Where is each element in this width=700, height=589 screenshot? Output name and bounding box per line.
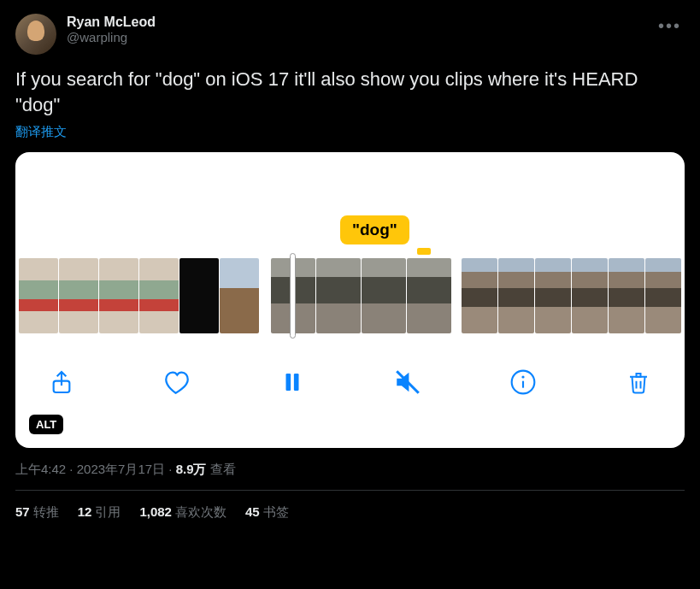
clip-thumbnail[interactable]: [462, 258, 497, 333]
mute-icon[interactable]: [389, 363, 426, 401]
share-icon[interactable]: [43, 363, 80, 401]
quotes-count: 12: [78, 504, 92, 519]
svg-rect-2: [294, 374, 299, 391]
clip-thumbnail[interactable]: [139, 258, 179, 333]
tweet-meta[interactable]: 上午4:42 · 2023年7月17日 · 8.9万 查看: [15, 462, 685, 478]
clip-thumbnail[interactable]: [572, 258, 608, 333]
heart-icon[interactable]: [158, 363, 196, 401]
retweets-stat[interactable]: 57转推: [15, 504, 59, 521]
retweets-count: 57: [15, 504, 30, 519]
clip-thumbnail[interactable]: [498, 258, 534, 333]
pause-icon[interactable]: [274, 363, 311, 401]
tweet-time: 上午4:42: [15, 462, 66, 476]
more-icon[interactable]: •••: [655, 14, 685, 38]
clip-thumbnail[interactable]: [99, 258, 138, 333]
tweet-date: 2023年7月17日: [77, 462, 165, 476]
video-timeline[interactable]: [15, 258, 685, 333]
clip-thumbnail[interactable]: [407, 258, 451, 333]
svg-rect-1: [286, 374, 291, 391]
likes-label: 喜欢次数: [175, 504, 226, 519]
clip-thumbnail[interactable]: [316, 258, 361, 333]
tweet-container: Ryan McLeod @warpling ••• If you search …: [0, 0, 700, 521]
tweet-header: Ryan McLeod @warpling •••: [15, 14, 685, 55]
quotes-label: 引用: [95, 504, 121, 519]
tweet-text: If you search for "dog" on iOS 17 it'll …: [15, 67, 685, 117]
translate-link[interactable]: 翻译推文: [15, 124, 685, 140]
playhead-marker: [417, 248, 431, 255]
playhead[interactable]: [290, 253, 296, 339]
svg-point-6: [521, 376, 524, 379]
clip-thumbnail[interactable]: [609, 258, 644, 333]
display-name: Ryan McLeod: [67, 14, 644, 30]
info-icon[interactable]: [504, 363, 542, 401]
clip-thumbnail[interactable]: [179, 258, 219, 333]
media-toolbar: [15, 352, 685, 412]
bookmarks-stat[interactable]: 45书签: [245, 504, 289, 521]
bookmarks-label: 书签: [263, 504, 289, 519]
likes-count: 1,082: [139, 504, 172, 519]
media-card[interactable]: "dog": [15, 152, 685, 448]
user-block[interactable]: Ryan McLeod @warpling: [67, 14, 644, 45]
views-label: 查看: [210, 462, 236, 476]
clip-thumbnail[interactable]: [535, 258, 571, 333]
avatar[interactable]: [15, 14, 56, 55]
current-clip-group[interactable]: [271, 258, 451, 333]
clip-thumbnail[interactable]: [645, 258, 681, 333]
user-handle: @warpling: [67, 30, 644, 45]
clip-thumbnail[interactable]: [220, 258, 259, 333]
trash-icon[interactable]: [620, 363, 657, 401]
clip-thumbnail[interactable]: [362, 258, 406, 333]
alt-badge[interactable]: ALT: [29, 415, 63, 434]
retweets-label: 转推: [33, 504, 59, 519]
clip-thumbnail[interactable]: [19, 258, 58, 333]
views-count: 8.9万: [176, 462, 207, 476]
search-match-tag: "dog": [340, 215, 409, 244]
bookmarks-count: 45: [245, 504, 260, 519]
clip-thumbnail[interactable]: [59, 258, 98, 333]
likes-stat[interactable]: 1,082喜欢次数: [139, 504, 226, 521]
stats-row: 57转推 12引用 1,082喜欢次数 45书签: [15, 491, 685, 521]
quotes-stat[interactable]: 12引用: [78, 504, 121, 521]
